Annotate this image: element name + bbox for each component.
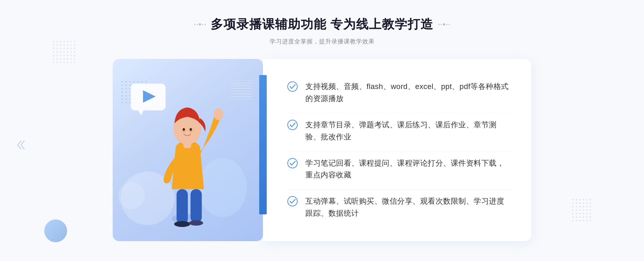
svg-point-159 bbox=[74, 58, 75, 60]
svg-point-77 bbox=[576, 199, 577, 200]
svg-point-119 bbox=[57, 41, 58, 42]
svg-point-151 bbox=[71, 55, 72, 56]
svg-point-95 bbox=[576, 210, 577, 211]
svg-point-164 bbox=[67, 62, 68, 63]
svg-point-126 bbox=[57, 44, 58, 46]
svg-point-156 bbox=[64, 58, 65, 60]
svg-point-154 bbox=[57, 58, 58, 60]
svg-rect-61 bbox=[177, 189, 188, 224]
dot bbox=[202, 24, 203, 25]
svg-point-142 bbox=[64, 51, 65, 53]
svg-point-124 bbox=[74, 41, 75, 42]
svg-point-80 bbox=[586, 199, 588, 200]
svg-point-150 bbox=[67, 55, 68, 56]
svg-point-16 bbox=[126, 85, 127, 86]
svg-point-96 bbox=[579, 210, 581, 211]
features-panel: 支持视频、音频、flash、word、excel、ppt、pdf等各种格式的资源… bbox=[263, 59, 531, 241]
svg-point-157 bbox=[67, 58, 68, 60]
svg-point-140 bbox=[57, 51, 58, 53]
svg-point-158 bbox=[71, 58, 72, 60]
svg-point-86 bbox=[586, 203, 588, 204]
svg-point-143 bbox=[67, 51, 68, 53]
svg-point-117 bbox=[590, 220, 591, 221]
dot bbox=[438, 24, 440, 25]
svg-point-111 bbox=[590, 217, 591, 218]
svg-point-144 bbox=[71, 51, 72, 53]
svg-point-85 bbox=[583, 203, 584, 204]
svg-point-84 bbox=[579, 203, 581, 204]
check-icon-1 bbox=[287, 81, 298, 92]
svg-point-87 bbox=[590, 203, 591, 204]
svg-point-104 bbox=[586, 213, 588, 214]
svg-point-120 bbox=[60, 41, 61, 42]
svg-point-115 bbox=[583, 220, 584, 221]
svg-point-44 bbox=[126, 99, 127, 100]
feature-item-1: 支持视频、音频、flash、word、excel、ppt、pdf等各种格式的资源… bbox=[287, 75, 510, 110]
dot bbox=[441, 24, 442, 25]
svg-point-114 bbox=[579, 220, 581, 221]
accent-circle-bottom-left bbox=[44, 219, 67, 242]
feature-item-4: 互动弹幕、试听购买、微信分享、观看次数限制、学习进度跟踪、数据统计 bbox=[287, 190, 510, 225]
svg-point-106 bbox=[572, 217, 574, 218]
title-row: 多项录播课辅助功能 专为线上教学打造 bbox=[194, 16, 450, 33]
svg-point-146 bbox=[53, 55, 54, 56]
page-container: // drawn inline below 多项录播课辅助功能 专为线上教学打造 bbox=[0, 0, 644, 261]
svg-point-166 bbox=[74, 62, 75, 63]
svg-point-8 bbox=[122, 81, 123, 83]
svg-point-93 bbox=[590, 206, 591, 207]
svg-point-163 bbox=[64, 62, 65, 63]
svg-point-112 bbox=[572, 220, 574, 221]
svg-point-134 bbox=[60, 48, 61, 49]
svg-point-136 bbox=[67, 48, 68, 49]
svg-point-98 bbox=[586, 210, 588, 211]
svg-point-75 bbox=[288, 196, 297, 206]
svg-point-125 bbox=[53, 44, 54, 46]
chevron-left-icon bbox=[16, 138, 29, 154]
svg-point-135 bbox=[64, 48, 65, 49]
dot bbox=[449, 24, 450, 25]
svg-point-153 bbox=[53, 58, 54, 60]
svg-point-82 bbox=[572, 203, 574, 204]
svg-point-139 bbox=[53, 51, 54, 53]
svg-point-108 bbox=[579, 217, 581, 218]
svg-point-113 bbox=[576, 220, 577, 221]
svg-point-78 bbox=[579, 199, 581, 200]
svg-point-63 bbox=[174, 221, 190, 227]
svg-point-12 bbox=[138, 81, 139, 83]
svg-point-137 bbox=[71, 48, 72, 49]
svg-point-88 bbox=[572, 206, 574, 207]
svg-rect-62 bbox=[191, 189, 202, 223]
main-title: 多项录播课辅助功能 专为线上教学打造 bbox=[211, 16, 434, 33]
header-dots-left bbox=[194, 23, 206, 25]
feature-item-3: 学习笔记回看、课程提问、课程评论打分、课件资料下载，重点内容收藏 bbox=[287, 152, 510, 187]
feature-text-4: 互动弹幕、试听购买、微信分享、观看次数限制、学习进度跟踪、数据统计 bbox=[305, 195, 510, 219]
feature-text-1: 支持视频、音频、flash、word、excel、ppt、pdf等各种格式的资源… bbox=[305, 81, 510, 105]
svg-point-11 bbox=[134, 81, 135, 83]
svg-point-73 bbox=[288, 120, 297, 130]
dot bbox=[443, 23, 445, 25]
svg-point-100 bbox=[572, 213, 574, 214]
dot bbox=[204, 24, 206, 25]
svg-point-81 bbox=[590, 199, 591, 200]
blue-accent-bar bbox=[259, 75, 267, 214]
svg-point-161 bbox=[57, 62, 58, 63]
svg-point-30 bbox=[126, 92, 127, 93]
svg-point-128 bbox=[64, 44, 65, 46]
svg-point-79 bbox=[583, 199, 584, 200]
dot bbox=[194, 24, 195, 25]
svg-point-155 bbox=[60, 58, 61, 60]
illustration-box bbox=[113, 59, 263, 241]
dots-decoration-tl bbox=[52, 40, 82, 67]
svg-point-51 bbox=[126, 102, 127, 103]
svg-point-133 bbox=[57, 48, 58, 49]
dot bbox=[446, 24, 448, 25]
svg-point-14 bbox=[146, 81, 147, 83]
svg-point-122 bbox=[67, 41, 68, 42]
svg-point-23 bbox=[126, 88, 127, 90]
svg-point-145 bbox=[74, 51, 75, 53]
svg-point-165 bbox=[71, 62, 72, 63]
svg-point-29 bbox=[122, 92, 123, 93]
svg-point-109 bbox=[583, 217, 584, 218]
svg-point-69 bbox=[183, 128, 185, 131]
svg-point-121 bbox=[64, 41, 65, 42]
